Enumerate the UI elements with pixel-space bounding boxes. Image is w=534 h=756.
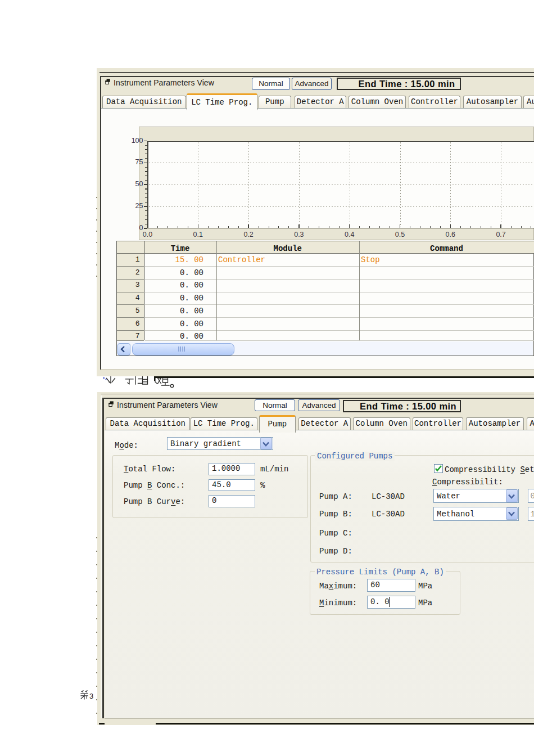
- svg-text:3: 3: [89, 692, 93, 700]
